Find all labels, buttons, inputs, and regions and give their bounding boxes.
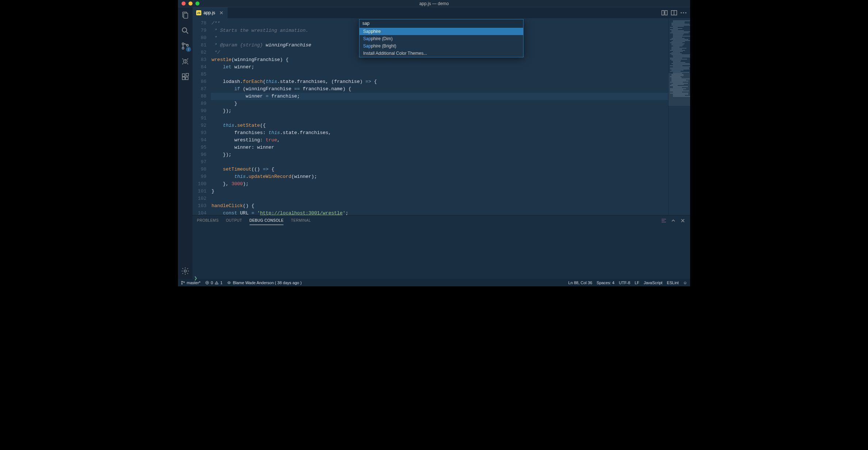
compare-diff-icon[interactable] (661, 9, 668, 16)
svg-rect-20 (662, 11, 664, 15)
line-number: 100 (193, 180, 206, 188)
code-line[interactable]: winner: winner (211, 144, 668, 151)
status-branch[interactable]: master* (181, 281, 201, 285)
extensions-icon[interactable] (181, 72, 190, 81)
code-line[interactable]: this.updateWinRecord(winner); (211, 173, 668, 180)
status-position[interactable]: Ln 88, Col 36 (568, 281, 592, 285)
svg-line-9 (187, 58, 188, 60)
explorer-icon[interactable] (181, 11, 190, 20)
tab-appjs[interactable]: JS app.js (193, 7, 228, 18)
code-line[interactable]: } (211, 100, 668, 107)
status-feedback[interactable]: ☺ (683, 281, 687, 285)
code-line[interactable]: } (211, 188, 668, 195)
code-line[interactable] (211, 115, 668, 122)
quick-pick: SapphireSapphire (Dim)Sapphire (Bright)I… (359, 19, 524, 57)
window-minimize-icon[interactable] (189, 1, 193, 5)
line-number: 79 (193, 27, 206, 34)
code-line[interactable]: wrestling: true, (211, 137, 668, 144)
panel-prompt[interactable]: ❯ (194, 276, 197, 279)
content-area: JS app.js (193, 7, 690, 279)
code-line[interactable] (211, 195, 668, 202)
scm-badge: 2 (186, 47, 191, 52)
code-line[interactable]: }, 3000); (211, 180, 668, 188)
traffic-lights (182, 1, 199, 5)
window-maximize-icon[interactable] (195, 1, 199, 5)
code-line[interactable]: winner = franchise; (211, 93, 668, 100)
panel-tab-problems[interactable]: PROBLEMS (197, 216, 219, 225)
quick-pick-item[interactable]: Sapphire (Bright) (359, 42, 523, 50)
panel-maximize-icon[interactable] (670, 218, 676, 224)
line-number: 90 (193, 107, 206, 115)
code-line[interactable]: handleClick() { (211, 202, 668, 210)
line-number: 94 (193, 137, 206, 144)
minimap[interactable] (668, 18, 690, 215)
svg-point-40 (229, 282, 229, 283)
line-number: 86 (193, 78, 206, 85)
status-spaces[interactable]: Spaces: 4 (597, 281, 614, 285)
code-line[interactable]: }); (211, 107, 668, 115)
blame-text: Blame Wade Anderson ( 38 days ago ) (233, 281, 302, 285)
line-number: 103 (193, 202, 206, 210)
code-line[interactable]: setTimeout(() => { (211, 166, 668, 173)
line-number: 78 (193, 20, 206, 27)
status-problems[interactable]: 0 1 (205, 281, 222, 285)
quick-pick-item[interactable]: Sapphire (359, 28, 523, 35)
status-language[interactable]: JavaScript (644, 281, 662, 285)
line-number: 81 (193, 42, 206, 49)
code-line[interactable]: if (winningFranchise == franchise.name) … (211, 85, 668, 93)
clear-console-icon[interactable] (661, 218, 667, 224)
panel-body[interactable] (193, 226, 690, 279)
line-number: 97 (193, 159, 206, 166)
code-line[interactable]: }); (211, 151, 668, 159)
window-close-icon[interactable] (182, 1, 186, 5)
status-blame[interactable]: Blame Wade Anderson ( 38 days ago ) (227, 281, 302, 285)
warning-count: 1 (220, 281, 222, 285)
debug-icon[interactable] (181, 57, 190, 66)
quick-pick-item[interactable]: Sapphire (Dim) (359, 35, 523, 42)
panel-close-icon[interactable] (680, 218, 686, 224)
panel-tab-debug-console[interactable]: DEBUG CONSOLE (250, 216, 284, 225)
code-line[interactable]: let winner; (211, 64, 668, 71)
svg-line-8 (182, 58, 183, 60)
line-number: 99 (193, 173, 206, 180)
split-editor-icon[interactable] (670, 9, 678, 16)
code-line[interactable] (211, 159, 668, 166)
panel-tab-output[interactable]: OUTPUT (226, 216, 242, 225)
status-eslint[interactable]: ESLint (667, 281, 678, 285)
quick-pick-item[interactable]: Install Additional Color Themes... (359, 50, 523, 57)
editor[interactable]: 7879808182838485868788899091929394959697… (193, 18, 690, 215)
svg-point-25 (683, 12, 684, 13)
code-line[interactable]: franchises: this.state.franchises, (211, 129, 668, 137)
line-number: 104 (193, 210, 206, 215)
svg-line-3 (186, 32, 188, 34)
panel-tab-terminal[interactable]: TERMINAL (291, 216, 311, 225)
svg-point-24 (681, 12, 682, 13)
quick-pick-input[interactable] (359, 19, 523, 27)
code-line[interactable]: this.setState({ (211, 122, 668, 129)
line-number: 85 (193, 71, 206, 78)
svg-point-26 (685, 12, 686, 13)
code-line[interactable] (211, 71, 668, 78)
code-line[interactable]: lodash.forEach(this.state.franchises, (f… (211, 78, 668, 85)
status-eol[interactable]: LF (635, 281, 639, 285)
source-control-icon[interactable]: 2 (181, 42, 190, 50)
svg-line-11 (187, 63, 188, 64)
app-window: app.js — demo 2 (178, 0, 690, 286)
tabs-right (661, 9, 690, 16)
code-line[interactable]: const URL = 'http://localhost:3001/wrest… (211, 210, 668, 215)
status-encoding[interactable]: UTF-8 (619, 281, 630, 285)
line-number: 102 (193, 195, 206, 202)
minimap-viewport[interactable] (669, 73, 690, 106)
line-number: 96 (193, 151, 206, 159)
line-number: 80 (193, 34, 206, 42)
tab-close-icon[interactable] (219, 10, 224, 15)
branch-icon (181, 281, 185, 285)
tabs-left: JS app.js (193, 7, 228, 18)
svg-rect-21 (665, 11, 667, 15)
main-layout: 2 JS app.js (178, 7, 690, 279)
more-actions-icon[interactable] (680, 9, 687, 16)
settings-gear-icon[interactable] (181, 267, 190, 275)
code-line[interactable]: wrestle(winningFranchise) { (211, 56, 668, 64)
line-number-gutter: 7879808182838485868788899091929394959697… (193, 20, 211, 215)
search-icon[interactable] (181, 26, 190, 35)
